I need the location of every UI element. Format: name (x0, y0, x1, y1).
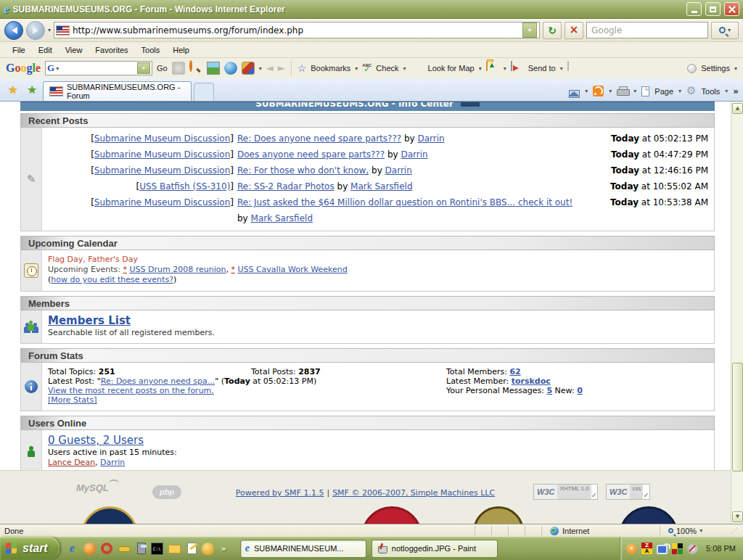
board-link[interactable]: USS Batfish (SS-310) (139, 181, 230, 192)
tools-gear-icon[interactable]: ⚙ (686, 86, 696, 96)
board-link[interactable]: Submarine Museum Discussion (94, 133, 230, 144)
scroll-up-button[interactable]: ▲ (732, 103, 743, 114)
page-button[interactable]: Page (654, 87, 673, 96)
opera-icon[interactable] (101, 543, 112, 554)
tools-caret[interactable]: ▾ (725, 88, 728, 94)
author-link[interactable]: Darrin (385, 165, 412, 176)
network-icon[interactable] (657, 545, 668, 554)
collapse-icon[interactable] (461, 102, 480, 107)
bone-app-icon[interactable] (118, 546, 131, 552)
author-link[interactable]: Darrin (401, 149, 427, 160)
bookmarks-button[interactable]: Bookmarks (311, 64, 350, 73)
clock[interactable]: 5:08 PM (702, 544, 736, 553)
smf-copyright-link[interactable]: SMF © 2006-2007, Simple Machines LLC (332, 488, 495, 498)
quick-launch-overflow-chevron[interactable]: » (219, 544, 229, 553)
more-stats-link[interactable]: [More Stats] (48, 395, 97, 405)
total-members-link[interactable]: 62 (509, 367, 520, 376)
google-search-dropdown[interactable]: ▾ (137, 62, 150, 74)
bookmarks-star-icon[interactable]: ☆ (297, 62, 307, 74)
home-caret[interactable]: ▾ (585, 88, 588, 94)
topic-link[interactable]: Does anyone need spare parts??? (237, 149, 385, 160)
firefox-icon[interactable] (83, 543, 96, 555)
event-link[interactable]: USS Drum 2008 reunion (129, 265, 226, 274)
zoom-control[interactable]: 100% ▾ (668, 527, 731, 535)
page-icon[interactable] (641, 86, 649, 96)
send-to-caret[interactable]: ▾ (560, 65, 563, 72)
toolbar-overflow-chevron[interactable]: » (733, 86, 739, 96)
settings-icon[interactable] (687, 64, 697, 73)
tab-active[interactable]: SUBMARINEMUSEUMS.ORG - Forum (43, 81, 192, 101)
zonealarm-status-icon[interactable] (672, 543, 683, 554)
topic-link[interactable]: Re: SS-2 Radar Photos (237, 181, 334, 192)
taskbar-window-paint[interactable]: notloggedin.JPG - Paint (372, 540, 498, 558)
board-link[interactable]: Submarine Museum Discussion (94, 165, 230, 176)
minimize-button[interactable] (686, 2, 702, 16)
recent-pages-dropdown[interactable]: ▾ (48, 27, 51, 33)
rss-icon[interactable] (593, 86, 604, 96)
board-link[interactable]: Submarine Museum Discussion (94, 197, 230, 207)
send-to-icon[interactable] (511, 61, 512, 71)
latest-member-link[interactable]: torskdoc (512, 376, 551, 386)
scroll-down-button[interactable]: ▼ (732, 511, 743, 522)
forward-button[interactable] (26, 21, 45, 40)
tools-button[interactable]: Tools (702, 87, 721, 96)
popup-blocker-icon[interactable] (172, 62, 185, 75)
highlighter-pen-icon[interactable] (567, 61, 569, 71)
google-go-button[interactable]: Go (157, 64, 168, 73)
photos-icon[interactable] (207, 62, 220, 75)
event-star[interactable]: * (123, 265, 127, 274)
print-caret[interactable]: ▾ (633, 88, 636, 94)
settings-button[interactable]: Settings (701, 64, 730, 73)
menu-tools[interactable]: Tools (135, 46, 167, 54)
address-dropdown-button[interactable]: ▾ (522, 22, 537, 38)
word-find-prev-icon[interactable]: ◄ (266, 62, 274, 75)
rss-caret[interactable]: ▾ (609, 88, 612, 94)
address-bar[interactable]: http://www.submarinemuseums.org/forum/in… (54, 22, 540, 38)
search-options-caret[interactable]: ▾ (728, 27, 731, 33)
menu-view[interactable]: View (59, 46, 89, 54)
taskbar-window-ie[interactable]: e SUBMARINEMUSEUM... (240, 540, 366, 558)
menu-edit[interactable]: Edit (32, 46, 59, 54)
check-caret[interactable]: ▾ (403, 65, 406, 72)
home-icon[interactable] (569, 87, 580, 96)
google-earth-icon[interactable] (224, 62, 237, 75)
author-link[interactable]: Mark Sarsfield (251, 213, 313, 223)
highlight-search-icon[interactable] (189, 60, 192, 72)
add-favorite-button[interactable]: ★ (23, 83, 40, 96)
w3c-xhtml-badge[interactable]: W3CXHTML 1.0✓ (533, 484, 598, 500)
maximize-button[interactable] (705, 2, 721, 16)
guests-users-link[interactable]: 0 Guests, 2 Users (48, 434, 144, 447)
look-for-map-button[interactable]: Look for Map (428, 64, 475, 73)
check-button[interactable]: Check (376, 64, 398, 73)
w3c-css-badge[interactable]: W3Ccss✓ (606, 484, 650, 500)
back-button[interactable] (4, 21, 23, 40)
hide-tray-icons-chevron[interactable]: ‹ (626, 543, 637, 554)
print-icon[interactable] (617, 86, 628, 96)
google-search-input[interactable]: G ▾ ▾ (45, 61, 152, 75)
folder-icon[interactable] (168, 545, 181, 553)
latest-post-link[interactable]: Re: Does anyone need spa... (101, 376, 215, 386)
event-star[interactable]: * (231, 265, 235, 274)
send-to-button[interactable]: Send to (528, 64, 556, 73)
spellcheck-icon[interactable]: ABC✓ (362, 63, 372, 72)
menu-help[interactable]: Help (166, 46, 196, 54)
user-link[interactable]: Darrin (100, 458, 125, 467)
duck-icon[interactable] (202, 543, 214, 555)
powered-by-link[interactable]: Powered by SMF 1.1.5 (236, 488, 324, 498)
vertical-scrollbar[interactable]: ▲ ▼ (731, 102, 743, 524)
zoom-caret[interactable]: ▾ (699, 527, 702, 534)
author-link[interactable]: Mark Sarsfield (350, 181, 412, 192)
calculator-icon[interactable] (137, 543, 146, 554)
menu-favorites[interactable]: Favorites (89, 46, 134, 54)
zonealarm-icon[interactable]: ZA (641, 543, 652, 554)
search-input[interactable]: Google (586, 22, 708, 38)
word-find-next-icon[interactable]: ► (278, 62, 285, 75)
zoom-level[interactable]: 100% (676, 527, 697, 535)
board-link[interactable]: Submarine Museum Discussion (94, 149, 230, 160)
folder-caret[interactable]: ▾ (504, 65, 506, 72)
topic-link[interactable]: Re: Just asked the $64 Million dollar qu… (237, 197, 572, 207)
view-recent-posts-link[interactable]: View the most recent posts on the forum. (48, 386, 214, 395)
refresh-button[interactable]: ↻ (543, 22, 562, 39)
user-link-admin[interactable]: Lance Dean (48, 458, 95, 467)
stop-button[interactable]: × (565, 22, 583, 39)
